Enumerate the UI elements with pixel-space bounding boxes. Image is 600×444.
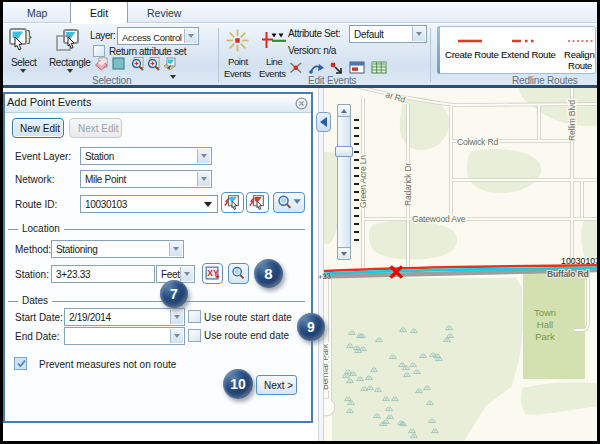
svg-text:Rellim Blvd: Rellim Blvd	[567, 100, 577, 141]
svg-text:}: }	[27, 28, 32, 44]
svg-text:Hall: Hall	[537, 319, 553, 330]
svg-text:Extend Route: Extend Route	[501, 49, 556, 60]
svg-text:Route: Route	[568, 60, 592, 71]
svg-text:Green Acre Ln: Green Acre Ln	[358, 155, 368, 208]
svg-text:Create Route: Create Route	[445, 49, 498, 60]
svg-text:Gatewood Ave: Gatewood Ave	[412, 214, 466, 224]
svg-text:Colwick Rd: Colwick Rd	[457, 137, 498, 147]
svg-text:Town: Town	[534, 307, 556, 318]
svg-text:Realign: Realign	[564, 49, 594, 60]
svg-text:Park: Park	[535, 331, 555, 342]
svg-text:10030103: 10030103	[561, 256, 598, 266]
svg-text:Buffalo Rd: Buffalo Rd	[547, 269, 588, 279]
svg-text:Radarick Dr: Radarick Dr	[403, 162, 413, 206]
